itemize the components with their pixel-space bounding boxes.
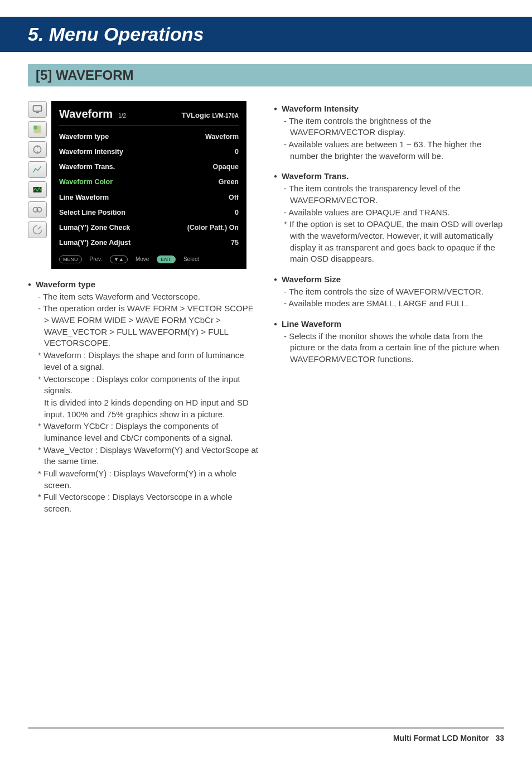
list-item: Waveform YCbCr : Displays the components… [38, 421, 258, 443]
osd-row: Select Line Position0 [59, 205, 239, 220]
right-column: Waveform Intensity The item controls the… [274, 101, 504, 727]
list-item: Full Vectorscope : Displays Vectorscope … [38, 491, 258, 514]
list-item: Available modes are SMALL, LARGE and FUL… [284, 298, 504, 310]
osd-row: Line WaveformOff [59, 190, 239, 205]
list-item: Available values are between 1 ~ 63. The… [284, 139, 504, 162]
svg-rect-1 [36, 112, 39, 113]
svg-rect-0 [33, 105, 42, 111]
item-list: The item controls the size of WAVEFORM/V… [274, 286, 504, 310]
osd-rows: Waveform typeWaveform Waveform Intensity… [59, 129, 239, 251]
osd-row: Luma(Y') Zone Check(Color Patt.) On [59, 220, 239, 235]
item-list: Selects if the monitor shows the whole d… [274, 331, 504, 365]
move-pill: ▼▲ [110, 255, 128, 263]
section-waveform-size: Waveform Size The item controls the size… [274, 274, 504, 310]
section-waveform-trans: Waveform Trans. The item controls the tr… [274, 171, 504, 265]
audio-icon [28, 201, 47, 218]
osd-title: Waveform [59, 108, 113, 120]
heading: Waveform Intensity [274, 103, 504, 115]
list-item: Selects if the monitor shows the whole d… [284, 331, 504, 365]
chapter-title: 5. Menu Operations [0, 17, 532, 52]
osd-row: Luma(Y') Zone Adjust75 [59, 235, 239, 250]
heading: Waveform Size [274, 274, 504, 286]
list-item: Wave_Vector : Displays Waveform(Y) and V… [38, 445, 258, 467]
osd-header: Waveform 1/2 TVLogic LVM-170A [59, 107, 239, 126]
page: 5. Menu Operations [5] WAVEFORM [0, 0, 532, 757]
item-list: The item controls the transparency level… [274, 183, 504, 265]
osd-row-selected: Waveform ColorGreen [59, 175, 239, 190]
section-line-waveform: Line Waveform Selects if the monitor sho… [274, 319, 504, 365]
system-icon [28, 221, 47, 238]
list-item: If the option is set to OPAQUE, the main… [284, 219, 504, 265]
section-waveform-type: Waveform type The item sets Waveform and… [28, 279, 258, 515]
waveform-icon [28, 181, 47, 198]
list-item: Waveform : Displays the shape and form o… [38, 350, 258, 373]
list-item: It is divided into 2 kinds depending on … [38, 397, 258, 420]
osd-row: Waveform Trans.Opaque [59, 160, 239, 175]
list-item: The item controls the transparency level… [284, 183, 504, 206]
osd-page: 1/2 [118, 113, 126, 119]
osd-screen: Waveform 1/2 TVLogic LVM-170A Waveform t… [51, 101, 246, 269]
osd-icon-strip [28, 101, 49, 269]
section-waveform-intensity: Waveform Intensity The item controls the… [274, 103, 504, 162]
osd-row: Waveform typeWaveform [59, 129, 239, 144]
heading: Waveform type [28, 279, 258, 291]
footer: Multi Format LCD Monitor 33 [28, 727, 504, 742]
section-title: [5] WAVEFORM [28, 64, 532, 86]
footer-text: Multi Format LCD Monitor [393, 734, 489, 742]
left-column: Waveform 1/2 TVLogic LVM-170A Waveform t… [28, 101, 258, 727]
marker-icon [28, 161, 47, 178]
ent-pill: ENT. [157, 255, 176, 263]
list-item: The item controls the size of WAVEFORM/V… [284, 286, 504, 298]
item-list: The item sets Waveform and Vectorscope. … [28, 291, 258, 515]
list-item: The item sets Waveform and Vectorscope. [38, 291, 258, 303]
list-item: Full waveform(Y) : Displays Waveform(Y) … [38, 468, 258, 491]
menu-pill: MENU [59, 255, 82, 263]
heading: Waveform Trans. [274, 171, 504, 182]
list-item: The operation order is WAVE FORM > VECTO… [38, 303, 258, 349]
list-item: Available values are OPAQUE and TRANS. [284, 207, 504, 219]
osd-row: Waveform Intensity0 [59, 144, 239, 160]
list-item: The item controls the brightness of the … [284, 115, 504, 138]
osd-panel: Waveform 1/2 TVLogic LVM-170A Waveform t… [28, 101, 258, 269]
item-list: The item controls the brightness of the … [274, 115, 504, 162]
adjust-icon [28, 141, 47, 158]
color-icon [28, 121, 47, 138]
svg-rect-3 [33, 126, 37, 129]
osd-brand: TVLogic LVM-170A [181, 110, 239, 120]
list-item: Vectorscope : Displays color components … [38, 374, 258, 397]
content: Waveform 1/2 TVLogic LVM-170A Waveform t… [0, 86, 532, 727]
page-number: 33 [495, 734, 504, 742]
monitor-icon [28, 101, 47, 118]
heading: Line Waveform [274, 319, 504, 330]
osd-hints: MENUPrev. ▼▲Move ENT.Select [59, 255, 239, 263]
